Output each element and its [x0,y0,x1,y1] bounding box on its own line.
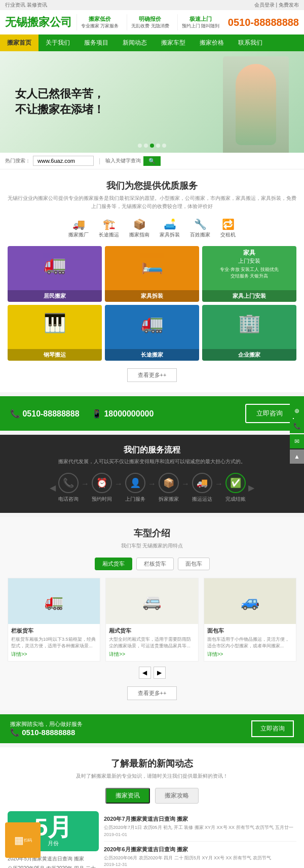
service-card-residents[interactable]: 🚛 居民搬家 [8,246,102,302]
service-card-label-6: 企业搬家 [202,349,296,361]
qr-label: 扫码 [24,838,32,843]
news-tabs: 搬家资讯 搬家攻略 [8,788,296,804]
side-buttons: ⊕ 📞 ✉ ▲ [290,404,304,465]
news-item-desc-1: 公历2020年7月1日 农历05月 初九 开工 装修 搬家 XY月 XX号 XX… [104,824,296,831]
service-card-label-1: 居民搬家 [8,290,102,302]
truck-step-icon: 🚚 [192,473,212,493]
search-input[interactable] [33,156,94,166]
news-item-1: 2020年7月搬家黄道吉日查询 搬家 公历2020年7月1日 农历05月 初九 … [104,811,296,842]
process-step-3: 👤 上门服务 [125,473,145,503]
banner-dot-4[interactable] [156,144,160,148]
process-prev-btn[interactable]: ◀ [50,483,56,493]
cta-consult-button[interactable]: 立即咨询 [245,404,294,423]
news-item-2: 2020年6月搬家黄道吉日查询 搬家 公历2020年06月 农历2020年 四月… [104,842,296,868]
service-icon-5[interactable]: 🔧 百姓搬家 [190,218,210,238]
nav-item-home[interactable]: 搬家首页 [0,34,39,51]
header-features: 搬家低价 专业搬家 万家服务 明确报价 无乱收费 无隐消费 极速上门 预约上门 … [77,14,224,30]
qr-code-float: ▦ 扫码 [5,822,41,858]
visit-step-icon: 👤 [125,473,145,493]
vehicle-desc-2: 大型全封闭厢式货车，适用于需要防雨防尘的搬家场景，可运送贵重物品家具等... [109,636,195,649]
logo[interactable]: 无锡搬家公司 [5,15,72,30]
search-button[interactable]: 🔍 [143,156,161,166]
vehicle-grid: 🚛 栏板货车 栏板货车厢板为10吨以下3.5箱框架，经典型式，灵活方便，适用于各… [8,578,296,662]
service-card-longdist[interactable]: 🚛 长途搬家 [105,305,199,361]
nav-item-price[interactable]: 搬家价格 [193,34,231,51]
service-icon-1[interactable]: 🚚 搬家搬厂 [68,218,89,238]
news-item-title-1[interactable]: 2020年7月搬家黄道吉日查询 搬家 [104,815,296,823]
vehicle-next-btn[interactable]: ▶ [154,667,166,679]
nav-item-contact[interactable]: 联系我们 [231,34,270,51]
vehicle-tab-1[interactable]: 厢式货车 [95,558,132,570]
service-icon-4[interactable]: 🛋️ 家具拆装 [160,218,180,238]
process-step-1: 📞 电话咨询 [58,473,79,503]
vehicle-card-1: 🚛 栏板货车 栏板货车厢板为10吨以下3.5箱框架，经典型式，灵活方便，适用于各… [8,578,100,662]
long-distance-icon: 🏗️ [99,218,119,230]
header-feature-1: 搬家低价 专业搬家 万家服务 [77,14,123,30]
services-view-more-btn[interactable]: 查看更多++ [127,368,177,382]
cta-phones: 📞 0510-88888888 📱 18000000000 [10,409,164,419]
news-item-title-2[interactable]: 2020年6月搬家黄道吉日查询 搬家 [104,846,296,853]
residents-move-icon: 🚛 [44,254,66,275]
process-step-label-2: 预约时间 [92,496,112,503]
nav-item-about[interactable]: 关于我们 [39,34,77,51]
feat-desc-2: 无乱收费 无隐消费 [131,23,169,29]
header: 无锡搬家公司 搬家低价 专业搬家 万家服务 明确报价 无乱收费 无隐消费 极速上… [0,10,304,34]
banner-subtitle: 不让搬家在添堵！ [15,102,104,118]
vehicle-more-1[interactable]: 详情>> [11,651,27,658]
vehicle-view-more-btn[interactable]: 查看更多++ [127,686,177,700]
cta2-consult-button[interactable]: 立即咨询 [251,720,294,737]
vehicle-more-2[interactable]: 详情>> [109,651,125,658]
banner-dot-1[interactable] [138,144,142,148]
service-card-label-2: 家具拆装 [105,290,199,302]
process-arrow-4: → [181,479,189,489]
process-step-label-5: 搬运运达 [192,496,212,503]
service-icon-6[interactable]: 🔁 交租机 [220,218,236,238]
vehicle-nav: ◀ ▶ [8,667,296,679]
vehicle-tab-2[interactable]: 栏板货车 [136,558,174,570]
side-btn-add[interactable]: ⊕ [290,404,304,418]
nav-item-services[interactable]: 服务项目 [77,34,116,51]
nav-item-vehicles[interactable]: 搬家车型 [154,34,193,51]
vehicle-section: 车型介绍 我们车型 无锡搬家的用特点 厢式货车 栏板货车 面包车 🚛 栏板货车 … [0,517,304,710]
news-item-date-2: 2019-12-31 [104,862,296,867]
vehicle-prev-btn[interactable]: ◀ [139,667,151,679]
vehicle-more-3[interactable]: 详情>> [207,651,223,658]
banner-dot-3[interactable] [150,144,154,148]
header-feature-2: 明确报价 无乱收费 无隐消费 [127,14,173,30]
time-step-icon: ⏰ [92,473,112,493]
banner-dot-5[interactable] [162,144,166,148]
search-label-2: 输入关键字查询 [105,157,141,164]
process-desc: 搬家代代发展，人可以买不仅让搬家变得顺序和流程可以缩减您的最大担心方式的。 [8,458,296,465]
service-icon-3[interactable]: 📦 搬家指南 [129,218,149,238]
service-card-enterprise[interactable]: 🏢 企业搬家 [202,305,296,361]
side-btn-mail[interactable]: ✉ [290,434,304,448]
service-icon-2[interactable]: 🏗️ 长途搬运 [99,218,119,238]
process-step-4: 📦 拆家搬家 [159,473,179,503]
news-tab-2[interactable]: 搬家攻略 [155,788,199,804]
residents-icon: 🔧 [190,218,210,230]
side-btn-phone[interactable]: 📞 [290,419,304,433]
process-steps: ◀ 📞 电话咨询 → ⏰ 预约时间 → 👤 上门服务 → 📦 拆家搬家 → 🚚 … [8,473,296,503]
service-card-piano[interactable]: 🎹 钢琴搬运 [8,305,102,361]
vehicle-tab-3[interactable]: 面包车 [178,558,210,570]
longdist-move-icon: 🚛 [141,313,164,334]
nav-item-news[interactable]: 新闻动态 [116,34,154,51]
banner-person-shape [236,64,276,145]
feat-title-2: 明确报价 [131,15,169,23]
side-btn-top[interactable]: ▲ [290,449,304,464]
news-tab-1[interactable]: 搬家资讯 [105,788,150,804]
feat-desc-1: 专业搬家 万家服务 [81,23,119,29]
vehicle-desc-1: 栏板货车厢板为10吨以下3.5箱框架，经典型式，灵活方便，适用于各种搬家场景..… [11,636,97,649]
banner-dots [138,144,166,148]
topbar-left: 行业资讯 装修资讯 [5,2,47,9]
process-step-5: 🚚 搬运运达 [192,473,212,503]
vehicle-info-1: 栏板货车 栏板货车厢板为10吨以下3.5箱框架，经典型式，灵活方便，适用于各种搬… [8,624,100,661]
exchange-icon: 🔁 [220,218,236,230]
process-next-btn[interactable]: ▶ [248,483,254,493]
service-icon-label-5: 百姓搬家 [190,232,210,237]
banner-dot-2[interactable] [144,144,148,148]
service-card-furniture[interactable]: 🛏️ 家具拆装 [105,246,199,302]
service-card-install[interactable]: 家具 上门安装 专业·奔放 安装工人 技能优先 交结服务 天银升高 家具上门安装 [202,246,296,302]
process-title: 我们的服务流程 [8,445,296,456]
header-phone[interactable]: 0510-88888888 [228,17,299,28]
